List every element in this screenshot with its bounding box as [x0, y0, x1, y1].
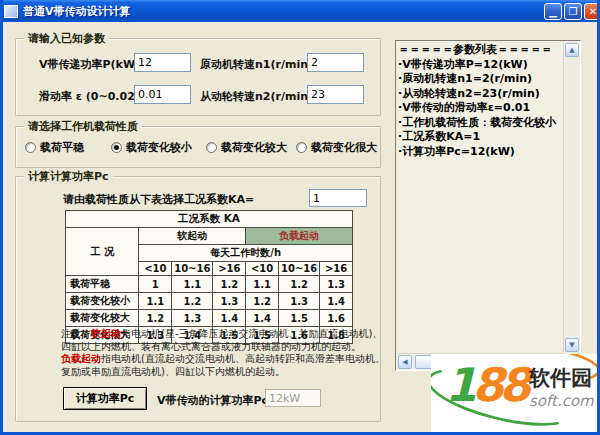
slip-input[interactable] — [134, 85, 191, 104]
n2-label: 从动轮转速n2(r/min) — [200, 89, 313, 104]
result-output — [265, 389, 321, 407]
logo-name: 软件园 — [529, 364, 592, 392]
result-label: V带传动的计算功率Pc= — [157, 393, 277, 408]
parameter-listbox[interactable]: ＝＝＝＝＝参数列表＝＝＝＝＝ ·V带传递功率P=12(kW) ·原动机转速n1=… — [395, 40, 581, 371]
list-item[interactable]: ·V带传动的滑动率ε=0.01 — [398, 101, 562, 116]
ka-prompt-label: 请由载荷性质从下表选择工况系数KA= — [63, 192, 254, 207]
vertical-scrollbar[interactable]: ▲ ▼ — [563, 42, 579, 353]
radio-dot — [25, 142, 36, 153]
note-term-load-start: 负载起动 — [61, 353, 101, 364]
hour-col: >16 — [320, 262, 353, 276]
load-nature-title: 请选择工作机载荷性质 — [24, 119, 142, 134]
minimize-button[interactable]: ▁ — [544, 3, 562, 20]
hour-col: 10~16 — [278, 262, 319, 276]
scroll-up-icon[interactable]: ▲ — [565, 43, 579, 57]
list-item[interactable]: ·原动机转速n1=2(r/min) — [398, 72, 562, 87]
hour-col: 10~16 — [172, 262, 213, 276]
hour-col: <10 — [139, 262, 172, 276]
table-row: 载荷变化较大 1.2 1.3 1.4 1.4 1.5 1.6 — [66, 310, 353, 327]
table-row: 载荷变化较小 1.1 1.2 1.3 1.2 1.3 1.4 — [66, 293, 353, 310]
n2-input[interactable] — [307, 85, 364, 104]
parameter-list: ＝＝＝＝＝参数列表＝＝＝＝＝ ·V带传递功率P=12(kW) ·原动机转速n1=… — [398, 43, 562, 352]
list-header: ＝＝＝＝＝参数列表＝＝＝＝＝ — [398, 43, 562, 58]
power-input[interactable] — [134, 53, 191, 72]
table-note: 注意：软起动指电动机(星-三角降压起动交流电动机、并励直流电动机)、四缸以上内燃… — [61, 328, 387, 378]
app-icon — [4, 5, 18, 18]
list-item[interactable]: ·计算功率Pc=12(kW) — [398, 145, 562, 160]
note-body-2: 指电动机(直流起动交流电动机、高起动转距和高滑差率电动机、复励或串励直流电动机)… — [61, 353, 385, 377]
list-item[interactable]: ·V带传递功率P=12(kW) — [398, 58, 562, 73]
window-title: 普通V带传动设计计算 — [23, 4, 544, 19]
known-params-group: 请输入已知参数 — [15, 38, 381, 116]
table-row: 载荷平稳 1 1.1 1.2 1.1 1.2 1.3 — [66, 276, 353, 293]
scroll-down-icon[interactable]: ▼ — [565, 338, 579, 352]
n1-input[interactable] — [307, 53, 364, 72]
load-start-header: 负载起动 — [246, 228, 353, 245]
n1-label: 原动机转速n1(r/min) — [200, 57, 313, 72]
radio-dot — [296, 142, 307, 153]
close-button[interactable]: ✕ — [584, 3, 600, 20]
radio-dot — [111, 142, 122, 153]
watermark-logo: 188 软件园 soft.com — [431, 354, 600, 435]
power-label: V带传递功率P(kW) — [39, 57, 140, 72]
calc-power-button[interactable]: 计算功率Pc — [63, 387, 147, 410]
hour-col: <10 — [246, 262, 279, 276]
logo-digits: 188 — [445, 362, 526, 408]
logo-domain: soft.com — [529, 392, 594, 410]
maximize-button[interactable]: ❐ — [564, 3, 582, 20]
note-prefix: 注意： — [61, 328, 91, 339]
title-bar[interactable]: 普通V带传动设计计算 ▁ ❐ ✕ — [0, 0, 600, 22]
radio-load-huge-var[interactable]: 载荷变化很大 — [296, 140, 377, 155]
note-term-soft-start: 软起动 — [91, 328, 121, 339]
hour-col: >16 — [213, 262, 246, 276]
ka-table: 工况系数 KA 工 况 软起动 负载起动 每天工作时数/h <10 10~16 … — [65, 210, 353, 344]
soft-start-header: 软起动 — [139, 228, 246, 245]
scroll-left-icon[interactable]: ◀ — [398, 355, 412, 369]
list-item[interactable]: ·工况系数KA=1 — [398, 130, 562, 145]
radio-load-steady[interactable]: 载荷平稳 — [25, 140, 84, 155]
known-params-title: 请输入已知参数 — [24, 31, 109, 46]
radio-dot — [206, 142, 217, 153]
radio-load-small-var[interactable]: 载荷变化较小 — [111, 140, 192, 155]
hours-header: 每天工作时数/h — [139, 245, 353, 262]
calc-power-title: 计算计算功率Pc — [24, 169, 113, 184]
list-item[interactable]: ·从动轮转速n2=23(r/min) — [398, 87, 562, 102]
ka-table-title: 工况系数 KA — [66, 211, 353, 228]
app-window: 普通V带传动设计计算 ▁ ❐ ✕ 请输入已知参数 V带传递功率P(kW) 原动机… — [0, 0, 600, 435]
ka-input[interactable] — [309, 189, 367, 207]
radio-load-large-var[interactable]: 载荷变化较大 — [206, 140, 287, 155]
list-item[interactable]: ·工作机载荷性质：载荷变化较小 — [398, 116, 562, 131]
slip-label: 滑动率 ε (0~0.02) — [39, 89, 140, 104]
cond-header: 工 况 — [66, 228, 139, 276]
